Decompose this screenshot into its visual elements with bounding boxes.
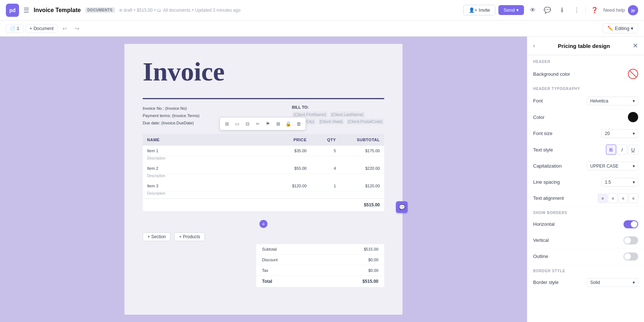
doc-header: Invoice	[124, 44, 402, 98]
table-row: Item 2 $55.00 4 $220.00 +	[143, 163, 384, 174]
tax-value: $0.00	[368, 268, 378, 273]
font-size-chevron: ▾	[633, 131, 635, 136]
header-qty: QTY	[311, 134, 340, 146]
ft-layout-btn[interactable]: ⊠	[273, 119, 283, 128]
capitalization-dropdown[interactable]: UPPER CASE ▾	[587, 162, 638, 171]
doc-meta: draft • $515.00 • 🗂 All documents • Upda…	[119, 8, 240, 13]
border-style-dropdown[interactable]: Solid ▾	[587, 278, 638, 287]
hamburger-icon[interactable]: ☰	[23, 6, 29, 14]
add-section-button[interactable]: + Section	[143, 232, 171, 241]
redo-button[interactable]: ↪	[72, 23, 82, 34]
align-justify-button[interactable]: ≡	[629, 194, 638, 203]
align-center-button[interactable]: ≡	[608, 194, 618, 203]
header-price: PRICE	[267, 134, 311, 146]
subtotal-row: Subtotal $515.00	[256, 244, 384, 255]
send-button[interactable]: Send ▾	[498, 5, 524, 15]
header-typography-label: HEADER TYPOGRAPHY	[527, 82, 644, 93]
border-style-row: Border style Solid ▾	[527, 274, 644, 291]
row2-desc: Description	[143, 174, 384, 181]
font-dropdown[interactable]: Helvetica ▾	[587, 97, 638, 105]
ft-cut-btn[interactable]: ✂	[253, 119, 262, 128]
total-summary-value: $515.00	[363, 279, 378, 284]
ft-align-btn[interactable]: ⊞	[222, 119, 232, 128]
add-products-button[interactable]: + Products	[174, 232, 205, 241]
ft-flag-btn[interactable]: ⚑	[263, 119, 273, 128]
panel-title: Pricing table design	[538, 43, 630, 49]
ft-lock-btn[interactable]: 🔒	[284, 119, 293, 128]
doc-page: Invoice Invoice No.: (Invoice.No) Paymen…	[124, 44, 402, 315]
ft-delete-btn[interactable]: 🗑	[294, 119, 303, 128]
italic-button[interactable]: I	[617, 145, 627, 155]
font-row: Font Helvetica ▾	[527, 93, 644, 109]
doc-updated: Updated 3 minutes ago	[195, 8, 240, 13]
more-button[interactable]: ⋮	[571, 4, 583, 16]
align-left-button[interactable]: ≡	[598, 194, 607, 203]
pages-button[interactable]: 📄 1	[6, 24, 23, 33]
line-spacing-chevron: ▾	[633, 180, 635, 185]
bg-color-swatch[interactable]	[628, 69, 638, 79]
capitalization-label: Capitalization	[533, 163, 587, 169]
bold-button[interactable]: B	[606, 145, 616, 155]
outline-toggle[interactable]	[624, 252, 638, 261]
line-spacing-label: Line spacing	[533, 179, 602, 185]
row3-subtotal: $120.00	[340, 181, 384, 191]
top-bar: pd ☰ Invoice Template DOCUMENTS draft • …	[0, 0, 644, 20]
add-row-mid: +	[124, 218, 402, 229]
underline-button[interactable]: U	[628, 145, 638, 155]
add-document-button[interactable]: + Document	[26, 24, 58, 33]
vertical-toggle[interactable]	[624, 236, 638, 244]
row1-desc: Description	[143, 156, 384, 163]
font-color-swatch[interactable]	[628, 112, 638, 122]
bill-to-label: BILL TO:	[292, 105, 384, 109]
table-row: Item 3 $120.00 1 $120.00	[143, 181, 384, 191]
right-panel: ‹ Pricing table design ✕ HEADER Backgrou…	[527, 37, 644, 322]
border-style-section-label: BORDER STYLE	[527, 265, 644, 274]
preview-button[interactable]: 👁	[527, 4, 539, 16]
panel-close-button[interactable]: ✕	[633, 42, 638, 50]
outline-label: Outline	[533, 254, 624, 259]
horizontal-toggle[interactable]	[624, 220, 638, 228]
ft-grid-btn[interactable]: ⊟	[243, 119, 252, 128]
doc-separator3: •	[192, 8, 194, 13]
editing-button[interactable]: ✏️ Editing ▾	[603, 23, 638, 33]
add-middle-button[interactable]: +	[259, 220, 267, 228]
invite-button[interactable]: 👤+ Invite	[463, 5, 496, 15]
cap-chevron: ▾	[633, 164, 635, 169]
payment-terms: Payment terms: (Invoice.Terms)	[143, 112, 199, 120]
text-alignment-row: Text alignment ≡ ≡ ≡ ≡	[527, 190, 644, 206]
ft-columns-btn[interactable]: ▭	[232, 119, 242, 128]
invoice-meta-left: Invoice No.: (Invoice.No) Payment terms:…	[143, 105, 199, 127]
border-style-chevron: ▾	[633, 280, 635, 285]
row3-qty: 1	[311, 181, 340, 191]
discount-label: Discount	[262, 258, 278, 262]
doc-price: $515.00	[137, 8, 153, 13]
doc-separator2: •	[154, 8, 156, 13]
row3-price: $120.00	[267, 181, 311, 191]
row1-price: $35.00	[267, 146, 311, 156]
info-button[interactable]: ℹ	[556, 4, 568, 16]
font-size-dropdown[interactable]: 20 ▾	[602, 129, 638, 138]
vertical-row: Vertical	[527, 232, 644, 248]
doc-location: All documents	[163, 8, 190, 13]
row2-price: $55.00	[267, 163, 311, 173]
alignment-group: ≡ ≡ ≡ ≡	[598, 194, 638, 203]
folder-icon: 🗂	[157, 8, 161, 13]
capitalization-row: Capitalization UPPER CASE ▾	[527, 158, 644, 174]
text-style-group: B I U	[606, 145, 638, 155]
status-dot	[119, 9, 122, 12]
line-spacing-dropdown[interactable]: 1.5 ▾	[602, 178, 638, 187]
row2-subtotal: $220.00	[340, 163, 384, 173]
table-row: Item 1 $35.00 5 $175.00	[143, 146, 384, 156]
tax-label: Tax	[262, 268, 268, 273]
comment-button[interactable]: 💬	[542, 4, 553, 16]
client-name-row: [Client.FirstName] [Client.LastName]	[292, 111, 384, 118]
align-right-button[interactable]: ≡	[618, 194, 628, 203]
help-button[interactable]: ❓	[589, 4, 600, 16]
undo-button[interactable]: ↩	[60, 23, 70, 34]
panel-back-button[interactable]: ‹	[533, 42, 535, 49]
doc-separator: •	[134, 8, 135, 13]
pricing-table: NAME PRICE QTY SUBTOTAL Item 1 $35.00 5 …	[143, 134, 384, 211]
invite-icon: 👤+	[469, 7, 478, 13]
comment-float-button[interactable]: 💬	[396, 201, 408, 213]
client-firstname: [Client.FirstName]	[292, 112, 327, 117]
